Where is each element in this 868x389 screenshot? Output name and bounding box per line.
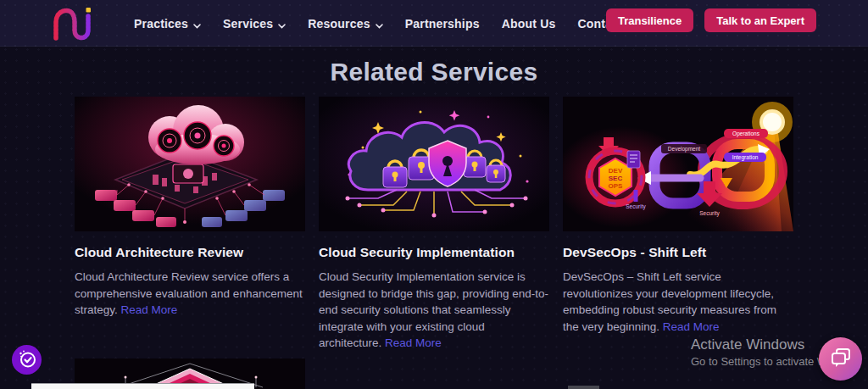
devsecops-hex-label-ops: OPS [609, 182, 624, 190]
cloud-architecture-review-image[interactable] [75, 97, 305, 231]
nav-item-services[interactable]: Services [223, 16, 286, 31]
nav-cta-group: Transilience Talk to an Expert [606, 8, 816, 32]
bottom-white-bar [31, 383, 254, 389]
related-services-cards: Cloud Architecture Review Cloud Architec… [75, 97, 793, 352]
card-title: Cloud Security Implementation [319, 245, 549, 260]
cloud-security-implementation-image[interactable] [319, 97, 549, 231]
devsecops-label-security: Security [699, 210, 720, 217]
devsecops-hex-label-sec: SEC [609, 175, 623, 182]
page: Practices Services Resources Partnership… [0, 0, 868, 389]
chevron-down-icon [193, 18, 201, 31]
main-nav: Practices Services Resources Partnership… [134, 0, 654, 47]
devsecops-label-security-left: Security [626, 203, 646, 210]
read-more-link[interactable]: Read More [121, 303, 178, 316]
section-title: Related Services [0, 58, 868, 86]
devsecops-hex-label-dev: DEV [609, 167, 623, 175]
bottom-gray-sliver [568, 386, 599, 389]
chevron-down-icon [376, 18, 383, 31]
chat-widget-button[interactable] [819, 337, 862, 381]
devsecops-label-integration: Integration [732, 154, 759, 161]
nav-item-partnerships[interactable]: Partnerships [405, 17, 480, 31]
devsecops-label-development: Development [668, 146, 700, 153]
cookie-consent-button[interactable] [12, 345, 42, 375]
nav-item-label: Resources [308, 17, 370, 31]
cookie-icon [17, 348, 37, 372]
transilience-button[interactable]: Transilience [606, 8, 693, 32]
nav-item-label: Services [223, 17, 273, 31]
navbar: Practices Services Resources Partnership… [0, 0, 868, 47]
talk-to-expert-button[interactable]: Talk to an Expert [704, 8, 816, 32]
nav-item-resources[interactable]: Resources [308, 16, 382, 31]
card-devsecops-shift-left: DEV SEC OPS Development Operations Integ… [563, 97, 793, 352]
devsecops-label-operations: Operations [732, 131, 760, 137]
nav-item-label: About Us [502, 17, 556, 31]
card-cloud-architecture-review: Cloud Architecture Review Cloud Architec… [75, 97, 305, 352]
chat-bubble-icon [830, 347, 852, 372]
read-more-link[interactable]: Read More [385, 336, 442, 349]
card-description: DevSecOps – Shift Left service revolutio… [563, 269, 793, 335]
brand-logo-icon[interactable] [51, 5, 100, 44]
devsecops-shift-left-image[interactable]: DEV SEC OPS Development Operations Integ… [563, 97, 793, 231]
nav-item-about-us[interactable]: About Us [502, 17, 556, 31]
card-title: Cloud Architecture Review [75, 245, 305, 260]
card-description: Cloud Architecture Review service offers… [75, 269, 305, 319]
nav-item-label: Partnerships [405, 17, 480, 31]
card-description: Cloud Security Implementation service is… [319, 269, 549, 352]
nav-item-practices[interactable]: Practices [134, 16, 201, 31]
card-cloud-security-implementation: Cloud Security Implementation Cloud Secu… [319, 97, 549, 352]
read-more-link[interactable]: Read More [663, 320, 720, 333]
chevron-down-icon [278, 18, 286, 31]
card-title: DevSecOps - Shift Left [563, 245, 793, 260]
nav-item-label: Practices [134, 17, 188, 31]
